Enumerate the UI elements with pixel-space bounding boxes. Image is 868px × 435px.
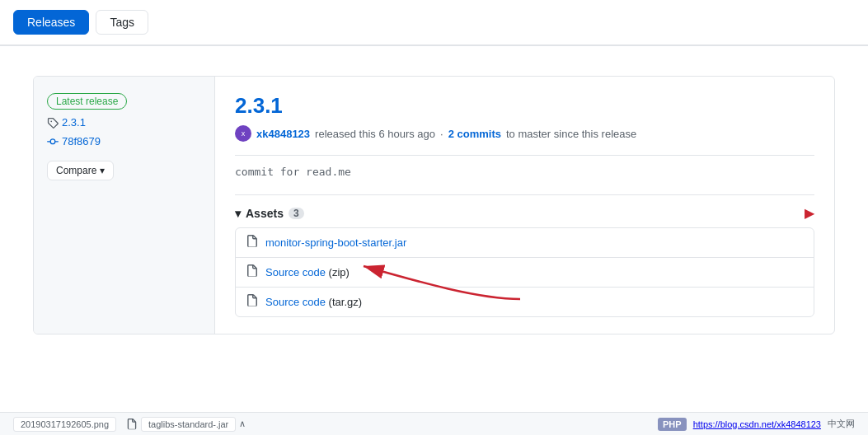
releases-tab[interactable]: Releases: [13, 10, 89, 35]
latest-release-badge: Latest release: [47, 93, 127, 110]
assets-count: 3: [289, 208, 304, 219]
zip-source-link[interactable]: Source code: [265, 266, 326, 278]
release-meta: x xk4848123 released this 6 hours ago · …: [235, 125, 814, 142]
commit-ref[interactable]: 78f8679: [47, 135, 101, 147]
top-nav: Releases Tags: [0, 0, 868, 45]
commit-hash-label: 78f8679: [62, 135, 101, 147]
tar-source-link[interactable]: Source code: [265, 296, 326, 308]
release-title: 2.3.1: [235, 93, 814, 119]
release-sidebar: Latest release 2.3.1 78f8679 Compare ▾: [34, 77, 215, 334]
assets-label: Assets: [246, 207, 284, 220]
tag-icon: [47, 117, 59, 129]
commit-icon: [47, 136, 59, 147]
commits-desc: to master since this release: [506, 128, 636, 140]
zip-file-icon: [246, 264, 259, 280]
jar-file-link[interactable]: monitor-spring-boot-starter.jar: [265, 236, 406, 249]
tar-file-label: Source code (tar.gz): [265, 296, 362, 308]
zip-file-label: Source code (zip): [265, 266, 350, 278]
assets-list: monitor-spring-boot-starter.jar Source c…: [235, 227, 814, 317]
author-avatar: x: [235, 125, 251, 142]
jar-file-icon: [246, 235, 259, 250]
assets-toggle[interactable]: ▾ Assets 3: [235, 207, 304, 220]
assets-section: ▾ Assets 3 ▶ monitor-spring-: [235, 194, 814, 317]
assets-header: ▾ Assets 3 ▶: [235, 205, 814, 221]
compare-label: Compare: [56, 165, 96, 176]
assets-chevron-icon: ▾: [235, 207, 241, 220]
zip-suffix: (zip): [326, 266, 350, 278]
release-time: released this 6 hours ago: [315, 128, 435, 140]
tar-suffix: (tar.gz): [326, 296, 362, 308]
release-main: 2.3.1 x xk4848123 released this 6 hours …: [215, 77, 834, 334]
tar-file-icon: [246, 294, 259, 310]
version-tag-ref[interactable]: 2.3.1: [47, 116, 86, 129]
author-link[interactable]: xk4848123: [256, 128, 310, 140]
asset-item-tar: Source code (tar.gz): [236, 288, 814, 316]
release-container: Latest release 2.3.1 78f8679 Compare ▾: [33, 76, 835, 334]
commits-link[interactable]: 2 commits: [448, 128, 501, 140]
compare-button[interactable]: Compare ▾: [47, 161, 114, 180]
version-label: 2.3.1: [62, 116, 86, 129]
meta-separator: ·: [440, 128, 443, 140]
tags-tab[interactable]: Tags: [96, 10, 148, 35]
release-description: commit for read.me: [235, 155, 814, 178]
asset-item-zip: Source code (zip): [236, 258, 814, 288]
dropdown-arrow-icon: ▾: [100, 165, 105, 176]
main-content: Latest release 2.3.1 78f8679 Compare ▾: [0, 46, 868, 364]
play-icon: ▶: [805, 205, 814, 221]
asset-item-jar: monitor-spring-boot-starter.jar: [236, 228, 814, 258]
